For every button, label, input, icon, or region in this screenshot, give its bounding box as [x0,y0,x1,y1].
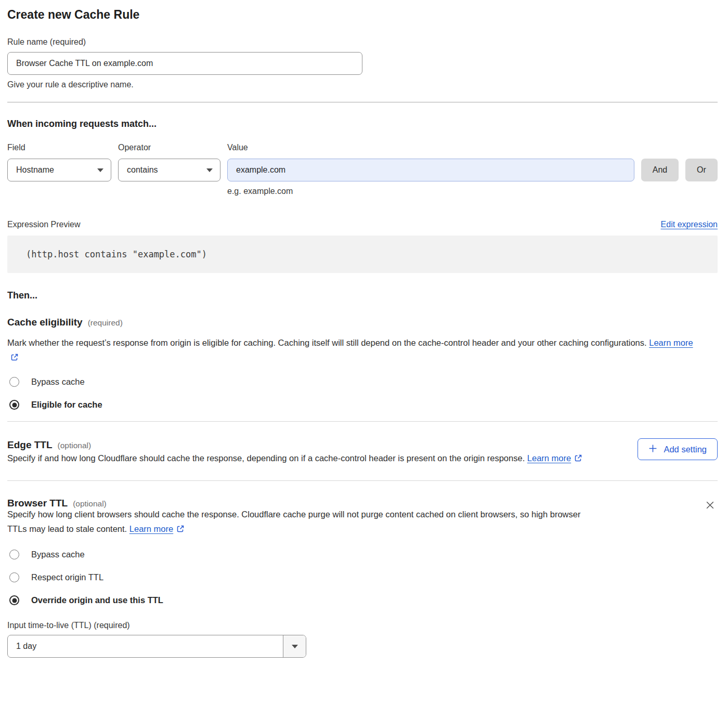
or-button[interactable]: Or [685,159,718,181]
field-label: Field [7,142,111,153]
divider [7,480,718,481]
browser-ttl-description: Specify how long client browsers should … [7,507,584,537]
ttl-select-arrow-box[interactable] [283,635,306,657]
match-labels-row: Field Operator Value [7,142,718,153]
cache-eligibility-description-text: Mark whether the request’s response from… [7,338,647,347]
and-button[interactable]: And [641,159,679,181]
browser-ttl-section: Browser TTL (optional) Specify how long … [7,497,718,658]
edit-expression-link[interactable]: Edit expression [661,220,718,229]
edge-ttl-description: Specify if and how long Cloudflare shoul… [7,451,595,466]
cache-eligibility-description: Mark whether the request’s response from… [7,335,704,366]
rule-name-helper: Give your rule a descriptive name. [7,79,718,90]
rule-name-input[interactable] [7,52,362,75]
radio-override-origin-ttl[interactable]: Override origin and use this TTL [7,595,718,605]
divider [7,102,718,102]
external-link-icon [176,523,185,537]
radio-checked-icon [9,595,19,605]
operator-label: Operator [118,142,220,153]
chevron-down-icon [292,645,298,648]
rule-name-label: Rule name (required) [7,36,718,48]
edge-ttl-qualifier: (optional) [58,441,92,450]
radio-icon [9,377,19,387]
page-title: Create new Cache Rule [7,7,718,22]
close-icon [705,504,716,512]
learn-more-link[interactable]: Learn more [129,524,173,533]
value-helper: e.g. example.com [227,186,634,197]
match-controls-row: Hostname contains And Or [7,159,718,181]
ttl-select-value: 1 day [8,635,283,657]
radio-icon [9,572,19,582]
then-heading: Then... [7,289,718,302]
radio-eligible-for-cache[interactable]: Eligible for cache [7,400,718,410]
match-helper-row: e.g. example.com [7,186,718,197]
external-link-icon [574,452,582,466]
radio-respect-origin-ttl[interactable]: Respect origin TTL [7,572,718,582]
learn-more-link[interactable]: Learn more [527,453,571,463]
value-input[interactable] [227,159,634,181]
edge-ttl-title: Edge TTL [7,438,53,452]
edge-ttl-description-text: Specify if and how long Cloudflare shoul… [7,453,525,463]
chevron-down-icon [206,168,213,172]
match-heading: When incoming requests match... [7,117,718,131]
expression-preview-label: Expression Preview [7,219,81,230]
cache-eligibility-section: Cache eligibility (required) Mark whethe… [7,316,718,410]
external-link-icon [10,351,19,366]
chevron-down-icon [97,168,103,172]
radio-checked-icon [9,400,19,410]
plus-icon [648,444,657,455]
add-setting-button[interactable]: Add setting [638,438,718,460]
divider [7,421,718,422]
close-browser-ttl-button[interactable] [703,498,718,514]
expression-header: Expression Preview Edit expression [7,219,718,230]
ttl-select[interactable]: 1 day [7,635,306,658]
cache-eligibility-qualifier: (required) [88,318,123,328]
operator-select-value: contains [127,165,158,175]
rule-name-group: Rule name (required) Give your rule a de… [7,36,718,90]
learn-more-link[interactable]: Learn more [649,338,693,347]
expression-code-block: (http.host contains "example.com") [7,236,718,273]
radio-browser-bypass-cache[interactable]: Bypass cache [7,550,718,559]
operator-select[interactable]: contains [118,159,220,181]
cache-eligibility-title: Cache eligibility [7,316,83,329]
browser-ttl-description-text: Specify how long client browsers should … [7,510,580,533]
radio-icon [9,550,19,559]
value-label: Value [227,142,634,153]
field-select[interactable]: Hostname [7,159,111,181]
field-select-value: Hostname [16,165,54,175]
ttl-input-label: Input time-to-live (TTL) (required) [7,620,718,631]
edge-ttl-section: Edge TTL (optional) Add setting Specify … [7,438,718,466]
radio-bypass-cache[interactable]: Bypass cache [7,377,718,387]
